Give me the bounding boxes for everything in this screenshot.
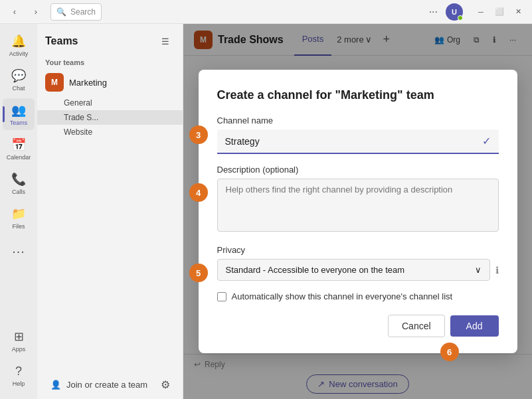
teams-bottom: 👤 Join or create a team ⚙	[37, 370, 183, 399]
main-content: M Trade Shows Posts 2 more ∨ + 👥 Org ⧉	[183, 24, 532, 399]
files-label: Files	[12, 223, 25, 230]
search-placeholder: Search	[70, 7, 96, 17]
channel-name-group: 3 Channel name ✓	[217, 116, 499, 154]
modal-overlay: Create a channel for "Marketing" team 3 …	[183, 24, 532, 399]
join-create-button[interactable]: 👤 Join or create a team	[45, 376, 153, 394]
auto-show-label: Automatically show this channel in every…	[232, 291, 453, 301]
privacy-group: 5 Privacy Standard - Accessible to every…	[217, 245, 499, 281]
privacy-label: Privacy	[217, 245, 499, 255]
title-bar-left: ‹ › 🔍 Search	[5, 3, 102, 21]
calls-icon: 📞	[11, 171, 27, 187]
teams-icon: 👥	[11, 102, 27, 118]
step-3-badge: 3	[189, 125, 208, 144]
calendar-label: Calendar	[7, 154, 31, 161]
chat-label: Chat	[12, 85, 25, 92]
privacy-value: Standard - Accessible to everyone on the…	[226, 265, 405, 275]
avatar[interactable]: U	[446, 3, 463, 21]
step-5-badge: 5	[189, 264, 208, 282]
sidebar-item-calls[interactable]: 📞 Calls	[3, 167, 35, 199]
description-group: 4 Description (optional)	[217, 165, 499, 234]
sidebar-item-calendar[interactable]: 📅 Calendar	[3, 133, 35, 165]
search-bar[interactable]: 🔍 Search	[50, 3, 102, 21]
files-icon: 📁	[11, 206, 27, 222]
auto-show-checkbox-row: Automatically show this channel in every…	[217, 291, 499, 301]
modal-actions: 6 Cancel Add	[217, 315, 499, 337]
step-4-badge: 4	[189, 183, 208, 202]
help-label: Help	[13, 380, 25, 387]
channel-name-input[interactable]	[225, 136, 482, 147]
online-indicator	[458, 15, 463, 21]
teams-panel-title: Teams	[45, 35, 78, 47]
back-button[interactable]: ‹	[5, 3, 24, 21]
sidebar-item-apps[interactable]: ⊞ Apps	[3, 325, 35, 357]
create-channel-modal: Create a channel for "Marketing" team 3 …	[199, 70, 517, 353]
channel-name-label: Channel name	[217, 116, 499, 125]
title-bar: ‹ › 🔍 Search ··· U ─ ⬜ ✕	[0, 0, 532, 24]
join-create-label: Join or create a team	[66, 380, 147, 390]
check-icon: ✓	[482, 135, 491, 147]
forward-button[interactable]: ›	[27, 3, 45, 21]
step-6-badge: 6	[440, 343, 459, 361]
teams-header: Teams ☰	[37, 24, 183, 56]
activity-icon: 🔔	[11, 33, 27, 49]
more-dots-button[interactable]: ···	[425, 5, 442, 19]
description-label: Description (optional)	[217, 165, 499, 175]
title-bar-right: ··· U ─ ⬜ ✕	[425, 3, 527, 21]
maximize-button[interactable]: ⬜	[491, 5, 508, 19]
chevron-down-icon: ∨	[475, 265, 482, 275]
sidebar-more[interactable]: ···	[3, 239, 35, 263]
minimize-button[interactable]: ─	[472, 5, 489, 19]
channel-name-input-wrapper: ✓	[217, 129, 499, 154]
marketing-team-name: Marketing	[69, 78, 107, 88]
join-icon: 👤	[50, 380, 61, 390]
sidebar-item-files[interactable]: 📁 Files	[3, 202, 35, 234]
more-icon: ···	[11, 243, 27, 259]
teams-label: Teams	[10, 120, 28, 126]
channel-general[interactable]: General	[37, 96, 183, 110]
privacy-select[interactable]: Standard - Accessible to everyone on the…	[217, 259, 490, 281]
close-button[interactable]: ✕	[509, 5, 527, 19]
sidebar-item-chat[interactable]: 💬 Chat	[3, 64, 35, 96]
calendar-icon: 📅	[11, 137, 27, 153]
privacy-row: Standard - Accessible to everyone on the…	[217, 259, 499, 281]
modal-title: Create a channel for "Marketing" team	[217, 88, 499, 102]
calls-label: Calls	[12, 189, 25, 195]
settings-button[interactable]: ⚙	[156, 375, 175, 394]
sidebar-icons: 🔔 Activity 💬 Chat 👥 Teams 📅 Calendar 📞 C…	[0, 24, 37, 399]
activity-label: Activity	[9, 50, 29, 57]
channel-website[interactable]: Website	[37, 125, 183, 139]
chat-icon: 💬	[11, 68, 27, 84]
teams-panel: Teams ☰ Your teams M Marketing General T…	[37, 24, 183, 399]
sidebar-item-help[interactable]: ? Help	[3, 359, 35, 391]
cancel-button[interactable]: Cancel	[388, 315, 445, 337]
marketing-team-avatar: M	[45, 73, 64, 92]
window-controls: ─ ⬜ ✕	[472, 5, 527, 19]
add-button[interactable]: Add	[450, 315, 499, 337]
sidebar-item-teams[interactable]: 👥 Teams	[3, 98, 35, 130]
description-textarea[interactable]	[217, 179, 499, 232]
privacy-info-icon[interactable]: ℹ	[495, 265, 499, 276]
help-icon: ?	[11, 363, 27, 379]
filter-button[interactable]: ☰	[156, 32, 175, 50]
marketing-team-item[interactable]: M Marketing	[37, 69, 183, 96]
auto-show-checkbox[interactable]	[217, 292, 226, 301]
app-layout: 🔔 Activity 💬 Chat 👥 Teams 📅 Calendar 📞 C…	[0, 24, 532, 399]
apps-icon: ⊞	[11, 329, 27, 345]
search-icon: 🔍	[56, 7, 66, 17]
navigation-buttons: ‹ ›	[5, 3, 45, 21]
sidebar-bottom: ⊞ Apps ? Help	[3, 325, 35, 399]
sidebar-item-activity[interactable]: 🔔 Activity	[3, 29, 35, 61]
your-teams-label: Your teams	[37, 56, 183, 69]
channel-trade-shows[interactable]: Trade S...	[37, 110, 183, 125]
apps-label: Apps	[12, 346, 26, 353]
